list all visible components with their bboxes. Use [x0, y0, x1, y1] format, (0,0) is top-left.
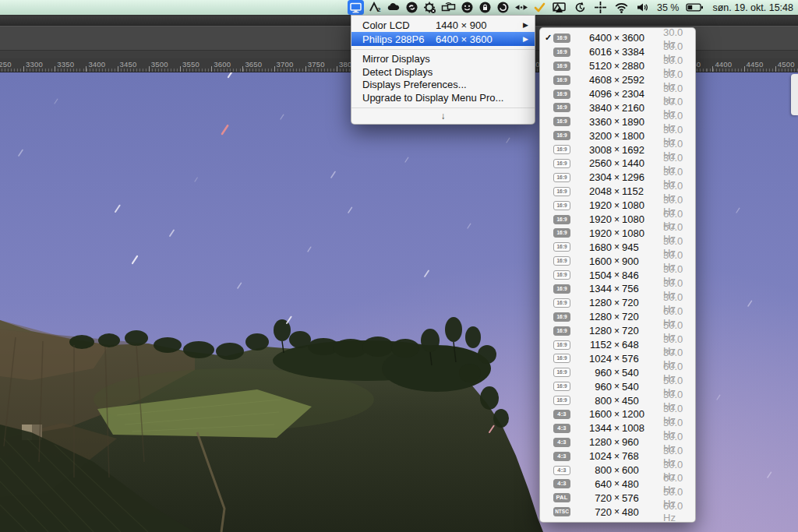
aspect-ratio-badge: 16:9	[553, 117, 570, 126]
resolution-option[interactable]: NTSC720×48060.0 Hz	[540, 505, 695, 519]
resolution-width: 6016	[577, 46, 612, 58]
resolution-height: 1080	[622, 199, 656, 211]
resolution-width: 3200	[577, 130, 612, 142]
aspect-badge-cell: 16:9	[553, 187, 577, 196]
aspect-ratio-badge: 4:3	[553, 410, 570, 419]
times-glyph: ×	[612, 241, 622, 252]
volume-icon[interactable]	[636, 0, 650, 15]
aspect-ratio-badge: 16:9	[553, 48, 570, 57]
times-glyph: ×	[612, 186, 622, 197]
resolution-width: 960	[577, 367, 612, 379]
wifi-icon[interactable]	[614, 0, 629, 15]
aspect-ratio-badge: 16:9	[553, 270, 570, 280]
aspect-badge-cell: 16:9	[553, 256, 577, 266]
location-crosshair-icon[interactable]	[594, 0, 607, 15]
menu-item-action[interactable]: Mirror Displays	[351, 53, 535, 66]
mirror-displays-icon[interactable]	[441, 0, 456, 15]
times-glyph: ×	[612, 409, 622, 420]
aspect-badge-cell: 4:3	[553, 410, 577, 419]
times-glyph: ×	[612, 270, 622, 280]
times-glyph: ×	[612, 367, 622, 378]
app-a2-icon[interactable]: 2	[369, 0, 382, 15]
aspect-badge-cell: 4:3	[553, 424, 577, 433]
resolution-height: 945	[622, 241, 656, 253]
cloud-icon[interactable]	[387, 0, 401, 15]
submenu-arrow-icon: ▶	[521, 35, 528, 43]
panel-edge-handle[interactable]	[791, 74, 798, 115]
resolution-height: 900	[622, 255, 656, 267]
resolution-height: 576	[622, 492, 656, 504]
display-menu-icon[interactable]	[348, 0, 364, 15]
device-resolution: 1440 × 900	[436, 19, 521, 31]
ruler-major-tick	[23, 66, 24, 72]
menu-item-action[interactable]: Displays Preferences...	[351, 79, 535, 92]
times-glyph: ×	[612, 75, 622, 86]
times-glyph: ×	[612, 200, 622, 211]
resolution-height: 600	[622, 464, 656, 476]
resolution-height: 540	[622, 367, 656, 379]
menu-item-device[interactable]: Color LCD1440 × 900▶	[351, 18, 535, 32]
time-machine-icon[interactable]	[574, 0, 587, 15]
aspect-badge-cell: 16:9	[553, 382, 577, 391]
aspect-ratio-badge: 16:9	[553, 131, 570, 140]
swirl-circle-icon[interactable]	[496, 0, 510, 15]
resolution-height: 576	[622, 353, 656, 365]
aspect-ratio-badge: 16:9	[553, 340, 570, 350]
aspect-badge-cell: 16:9	[553, 131, 577, 140]
resolution-height: 1800	[622, 130, 656, 142]
ruler-unit-label: 3500	[151, 60, 168, 69]
menu-bar: 2	[0, 0, 798, 15]
hillside	[0, 317, 543, 532]
times-glyph: ×	[612, 451, 622, 462]
menu-scroll-indicator[interactable]: ↓	[351, 111, 535, 122]
resolution-height: 2304	[622, 88, 656, 100]
times-glyph: ×	[612, 298, 622, 308]
aspect-ratio-badge: 16:9	[553, 284, 570, 294]
aspect-ratio-badge: 4:3	[553, 452, 570, 461]
times-glyph: ×	[612, 478, 622, 489]
times-glyph: ×	[612, 465, 622, 476]
resolution-height: 540	[622, 381, 656, 393]
resolution-width: 1920	[577, 227, 612, 239]
ruler-unit-label: 3750	[308, 60, 325, 69]
lock-icon[interactable]	[478, 0, 492, 15]
aspect-badge-cell: 16:9	[553, 201, 577, 210]
menu-bar-clock[interactable]: søn. 19. okt. 15:48	[712, 2, 793, 13]
check-icon[interactable]	[533, 0, 546, 15]
resolution-height: 1080	[622, 213, 656, 225]
aspect-badge-cell: 16:9	[553, 33, 577, 43]
times-glyph: ×	[612, 102, 622, 113]
menu-item-action[interactable]: Upgrade to Display Menu Pro...	[351, 92, 535, 105]
times-glyph: ×	[612, 158, 622, 169]
ruler-major-tick	[274, 66, 275, 72]
resolution-width: 6400	[577, 32, 612, 44]
aspect-badge-cell: 16:9	[553, 298, 577, 308]
aspect-badge-cell: NTSC	[553, 507, 577, 516]
airplay-icon[interactable]	[552, 0, 567, 15]
gear-badge-icon[interactable]	[423, 0, 436, 15]
resolution-width: 1920	[577, 213, 612, 225]
ruler-major-tick	[337, 66, 337, 72]
converge-arrows-icon[interactable]	[514, 0, 528, 15]
menu-separator	[351, 49, 535, 50]
smiley-icon[interactable]	[461, 0, 474, 15]
menu-item-action[interactable]: Detect Displays	[351, 66, 535, 79]
times-glyph: ×	[612, 423, 622, 434]
aspect-ratio-badge: 16:9	[553, 62, 570, 71]
aspect-ratio-badge: 16:9	[553, 159, 570, 168]
battery-icon[interactable]	[686, 0, 704, 15]
times-glyph: ×	[612, 255, 622, 266]
resolution-height: 960	[622, 436, 656, 448]
aspect-ratio-badge: 16:9	[553, 368, 570, 377]
aspect-ratio-badge: 16:9	[553, 145, 570, 154]
ruler-unit-label: 3450	[120, 60, 137, 69]
menu-item-device[interactable]: Philips 288P66400 × 3600▶	[351, 32, 535, 46]
times-glyph: ×	[612, 492, 622, 503]
ruler-unit-label: 4450	[747, 60, 764, 69]
submenu-arrow-icon: ▶	[521, 21, 528, 29]
times-glyph: ×	[612, 130, 622, 141]
device-label: Philips 288P6	[362, 33, 436, 45]
aspect-badge-cell: 4:3	[553, 438, 577, 447]
shazam-icon[interactable]	[405, 0, 418, 15]
aspect-ratio-badge: 16:9	[553, 354, 570, 363]
